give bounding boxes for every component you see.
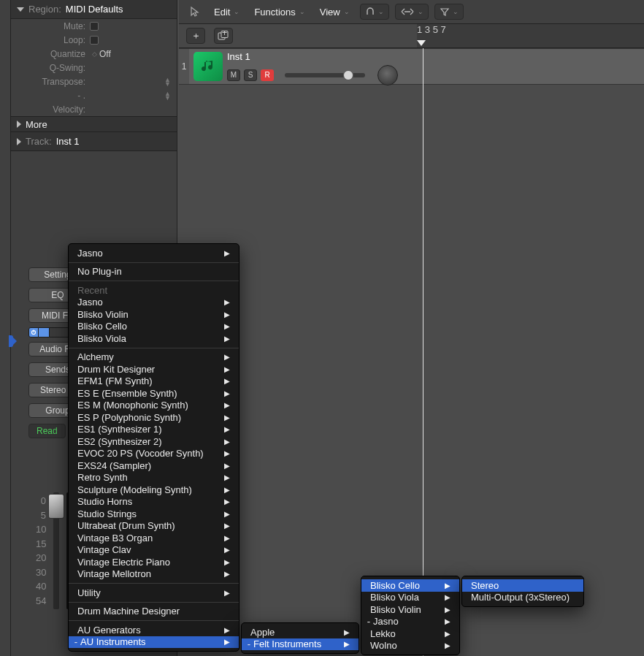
view-menu[interactable]: View⌄ — [315, 7, 354, 18]
menu-item-felt-instruments[interactable]: -Felt Instruments▶ — [242, 638, 359, 651]
menu-item-instrument[interactable]: ES E (Ensemble Synth)▶ — [69, 387, 239, 400]
param-loop-label: Loop: — [17, 35, 90, 45]
felt-plugin-menu[interactable]: Blisko Cello▶ Blisko Viola▶ Blisko Violi… — [361, 576, 460, 655]
menu-item-multi-output[interactable]: Multi-Output (3xStereo) — [462, 592, 583, 604]
menu-item-recent-3[interactable]: Blisko Viola▶ — [69, 332, 239, 345]
menu-item-instrument[interactable]: ES P (Polyphonic Synth)▶ — [69, 411, 239, 424]
region-label: Region: — [28, 4, 61, 15]
menu-item-instrument[interactable]: Vintage B3 Organ▶ — [69, 532, 239, 544]
menu-item-wolno[interactable]: Wolno▶ — [361, 640, 459, 652]
software-instrument-icon[interactable] — [193, 52, 223, 81]
menu-item-blisko-viola[interactable]: Blisko Viola▶ — [361, 592, 459, 604]
pointer-tool-icon[interactable] — [186, 3, 204, 20]
menu-item-jasno-2[interactable]: -Jasno▶ — [361, 616, 459, 628]
timeline-ruler[interactable]: 1 3 5 7 — [417, 24, 644, 47]
menu-item-drum-machine-designer[interactable]: Drum Machine Designer — [69, 606, 239, 618]
track-pan-knob[interactable] — [377, 65, 398, 85]
inspector-tab-indicator[interactable] — [9, 335, 13, 347]
menu-item-au-generators[interactable]: AU Generators▶ — [69, 624, 239, 636]
transpose-stepper[interactable]: ▲▼ — [164, 77, 171, 86]
more-row[interactable]: More — [11, 116, 177, 132]
menu-item-instrument[interactable]: ES M (Monophonic Synth)▶ — [69, 400, 239, 412]
playhead-line — [423, 48, 423, 656]
menu-item-au-instruments[interactable]: -AU Instruments▶ — [69, 636, 239, 649]
drag-mode-button[interactable]: ⌄ — [395, 4, 429, 20]
disclosure-down-icon — [17, 7, 24, 12]
channel-config-menu[interactable]: Stereo Multi-Output (3xStereo) — [461, 576, 584, 607]
param-mute-label: Mute: — [17, 21, 90, 31]
menu-item-apple[interactable]: Apple▶ — [242, 626, 359, 638]
track-index: 1 — [179, 49, 189, 84]
disclosure-right-icon — [17, 138, 21, 145]
sliders-icon[interactable] — [39, 327, 49, 337]
menu-item-utility[interactable]: Utility▶ — [69, 587, 239, 599]
arrange-area: Edit⌄ Functions⌄ View⌄ ⌄ ⌄ ⌄ ＋ + 1 3 5 7… — [179, 0, 644, 656]
menu-item-instrument[interactable]: Sculpture (Modeling Synth)▶ — [69, 484, 239, 496]
snap-button[interactable]: ⌄ — [360, 4, 389, 20]
menu-item-recent-0[interactable]: Jasno▶ — [69, 297, 239, 309]
menu-item-instrument[interactable]: Alchemy▶ — [69, 351, 239, 364]
param-quantize-label: Quantize — [17, 49, 90, 59]
menu-item-instrument[interactable]: ES2 (Synthesizer 2)▶ — [69, 435, 239, 448]
menu-item-instrument[interactable]: EXS24 (Sampler)▶ — [69, 459, 239, 472]
edit-menu[interactable]: Edit⌄ — [210, 7, 244, 18]
region-value: MIDI Defaults — [66, 4, 123, 15]
fader-ticks: 05101520304054 — [36, 492, 46, 609]
menu-item-instrument[interactable]: Vintage Mellotron▶ — [69, 568, 239, 581]
filter-button[interactable]: ⌄ — [434, 4, 464, 20]
volume-fader[interactable] — [53, 492, 59, 609]
au-manufacturer-menu[interactable]: Apple▶ -Felt Instruments▶ — [241, 622, 359, 654]
param-qswing-label: Q-Swing: — [17, 63, 90, 73]
menu-heading-recent: Recent — [69, 284, 239, 297]
menu-item-lekko[interactable]: Lekko▶ — [361, 628, 459, 640]
menu-item-instrument[interactable]: Vintage Electric Piano▶ — [69, 556, 239, 568]
menu-item-blisko-cello[interactable]: Blisko Cello▶ — [361, 579, 459, 592]
playhead-icon[interactable] — [417, 40, 426, 46]
menu-item-no-plugin[interactable]: No Plug-in — [69, 266, 239, 278]
menu-item-instrument[interactable]: Drum Kit Designer▶ — [69, 363, 239, 375]
mute-checkbox[interactable] — [90, 22, 99, 31]
finetune-stepper[interactable]: ▲▼ — [164, 91, 171, 100]
menu-item-instrument[interactable]: Vintage Clav▶ — [69, 544, 239, 557]
menu-item-recent-1[interactable]: Blisko Violin▶ — [69, 308, 239, 321]
track-value: Inst 1 — [56, 136, 80, 147]
track-row[interactable]: 1 Inst 1 M S R — [179, 48, 644, 85]
quantize-value[interactable]: Off — [99, 49, 111, 59]
functions-menu[interactable]: Functions⌄ — [250, 7, 309, 18]
track-header[interactable]: Track: Inst 1 — [11, 132, 177, 151]
track-mute-button[interactable]: M — [227, 69, 240, 81]
automation-read-button[interactable]: Read — [28, 424, 66, 438]
menu-item-jasno[interactable]: Jasno▶ — [69, 247, 239, 259]
region-header[interactable]: Region: MIDI Defaults — [11, 0, 177, 19]
param-velocity-label: Velocity: — [17, 104, 90, 115]
disclosure-right-icon — [17, 121, 21, 128]
menu-item-blisko-violin[interactable]: Blisko Violin▶ — [361, 603, 459, 616]
loop-checkbox[interactable] — [90, 36, 99, 45]
menu-item-instrument[interactable]: Retro Synth▶ — [69, 472, 239, 484]
menu-item-instrument[interactable]: Ultrabeat (Drum Synth)▶ — [69, 520, 239, 533]
instrument-plugin-menu[interactable]: Jasno▶ No Plug-in Recent Jasno▶ Blisko V… — [68, 243, 239, 652]
track-solo-button[interactable]: S — [244, 69, 257, 81]
menu-item-recent-2[interactable]: Blisko Cello▶ — [69, 321, 239, 333]
param-transpose-label: Transpose: — [17, 77, 90, 87]
param-dash-label: - . — [17, 91, 90, 101]
menu-item-instrument[interactable]: ES1 (Synthesizer 1)▶ — [69, 424, 239, 436]
menu-item-instrument[interactable]: EVOC 20 PS (Vocoder Synth)▶ — [69, 448, 239, 460]
track-volume-slider[interactable] — [285, 73, 365, 77]
editor-toolbar: Edit⌄ Functions⌄ View⌄ ⌄ ⌄ ⌄ — [179, 0, 644, 24]
menu-item-instrument[interactable]: Studio Horns▶ — [69, 496, 239, 508]
track-label: Track: — [26, 136, 52, 147]
track-name[interactable]: Inst 1 — [227, 51, 398, 62]
svg-text:+: + — [222, 31, 228, 38]
duplicate-track-button[interactable]: + — [214, 28, 233, 44]
power-icon[interactable] — [28, 327, 39, 337]
menu-item-instrument[interactable]: EFM1 (FM Synth)▶ — [69, 375, 239, 388]
add-track-button[interactable]: ＋ — [186, 28, 205, 44]
track-record-button[interactable]: R — [261, 69, 274, 81]
menu-item-stereo[interactable]: Stereo — [462, 579, 583, 592]
menu-item-instrument[interactable]: Studio Strings▶ — [69, 508, 239, 520]
